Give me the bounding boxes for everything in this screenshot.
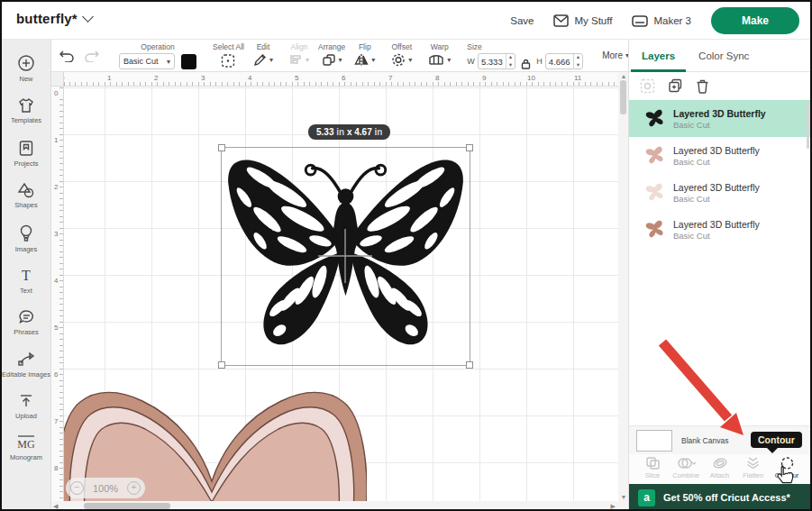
my-stuff-button[interactable]: My Stuff bbox=[553, 14, 612, 27]
header-bar: butterfly* Save My Stuff Maker 3 Make bbox=[2, 2, 810, 40]
vertical-scrollbar[interactable]: ▲ ▼ bbox=[618, 72, 628, 501]
slice-icon bbox=[645, 456, 661, 470]
contour-icon bbox=[780, 456, 795, 470]
edit-toolbar: Operation Basic Cut▾ Select All Edit ▾ A… bbox=[51, 40, 628, 72]
layer-thumbnail-pink-butterfly bbox=[643, 143, 667, 167]
combine-button[interactable]: Combine bbox=[670, 456, 702, 484]
resize-handle-bottom-left[interactable] bbox=[218, 361, 225, 369]
sidebar-item-editable-images[interactable]: Editable Images bbox=[2, 346, 51, 384]
shapes-icon bbox=[17, 182, 35, 198]
project-title: butterfly* bbox=[16, 11, 78, 26]
layer-row-3[interactable]: Layered 3D Butterfly Basic Cut bbox=[629, 174, 810, 211]
vertical-ruler: 0 1 2 3 4 5 6 7 8 bbox=[51, 72, 64, 511]
arrange-menu-button[interactable]: Arrange ▾ bbox=[314, 40, 350, 71]
machine-icon bbox=[632, 15, 648, 27]
sidebar-item-upload[interactable]: Upload bbox=[2, 388, 51, 425]
zoom-in-button[interactable]: + bbox=[127, 481, 141, 495]
select-all-icon bbox=[220, 53, 236, 68]
layer-row-4[interactable]: Layered 3D Butterfly Basic Cut bbox=[629, 211, 810, 248]
horizontal-scroll-thumb[interactable] bbox=[84, 503, 170, 509]
envelope-icon bbox=[553, 14, 569, 27]
operation-dropdown[interactable]: Basic Cut▾ bbox=[119, 53, 175, 69]
color-swatch[interactable] bbox=[181, 54, 196, 69]
sidebar-item-images[interactable]: Images bbox=[2, 219, 51, 259]
contour-button[interactable]: Contour bbox=[771, 456, 803, 484]
redo-icon[interactable] bbox=[84, 49, 100, 62]
machine-selector[interactable]: Maker 3 bbox=[632, 15, 691, 27]
offset-menu-button[interactable]: Offset ▾ bbox=[387, 40, 416, 71]
scroll-right-icon[interactable]: ▶ bbox=[611, 503, 616, 510]
width-input[interactable] bbox=[479, 57, 506, 67]
project-title-menu[interactable]: butterfly* bbox=[16, 11, 92, 26]
layer-thumbnail-mauve-butterfly bbox=[643, 217, 667, 241]
duplicate-icon[interactable] bbox=[668, 78, 683, 94]
resize-handle-top-right[interactable] bbox=[466, 144, 473, 151]
attach-icon bbox=[712, 456, 728, 470]
svg-text:T: T bbox=[22, 268, 31, 283]
flatten-button[interactable]: Flatten bbox=[737, 456, 770, 484]
layer-list: Layered 3D Butterfly Basic Cut Layered 3… bbox=[629, 100, 810, 248]
sidebar-item-shapes[interactable]: Shapes bbox=[2, 177, 51, 214]
scroll-down-icon[interactable]: ▼ bbox=[621, 494, 627, 500]
sidebar-item-phrases[interactable]: Phrases bbox=[2, 304, 51, 342]
flatten-icon bbox=[745, 456, 761, 470]
upload-icon bbox=[18, 393, 34, 409]
flip-icon bbox=[354, 53, 369, 67]
offset-icon bbox=[391, 53, 406, 67]
flip-menu-button[interactable]: Flip ▾ bbox=[350, 40, 379, 71]
vertical-scroll-thumb[interactable] bbox=[620, 80, 626, 114]
svg-text:MG: MG bbox=[17, 438, 35, 451]
scroll-left-icon[interactable]: ◀ bbox=[53, 503, 58, 510]
resize-handle-bottom-right[interactable] bbox=[466, 361, 473, 369]
clipboard-icon bbox=[18, 140, 34, 157]
vector-path-icon bbox=[17, 351, 35, 368]
sidebar-item-new[interactable]: New bbox=[2, 49, 51, 88]
sidebar-item-monogram[interactable]: MG Monogram bbox=[2, 429, 51, 467]
edit-menu-button[interactable]: Edit ▾ bbox=[249, 40, 278, 71]
text-icon: T bbox=[18, 268, 34, 284]
align-menu-button[interactable]: Align ▾ bbox=[285, 40, 314, 71]
cricut-access-banner[interactable]: a Get 50% off Cricut Access* bbox=[629, 484, 810, 511]
layer-actions-row: Slice Combine Attach Flatten Contour bbox=[629, 454, 810, 484]
make-button[interactable]: Make bbox=[711, 7, 799, 34]
slice-button[interactable]: Slice bbox=[636, 456, 669, 484]
new-plus-icon bbox=[17, 54, 35, 72]
save-button[interactable]: Save bbox=[510, 15, 534, 26]
attach-button[interactable]: Attach bbox=[704, 456, 736, 484]
zoom-control: − 100% + bbox=[66, 478, 145, 498]
cricut-design-space-window: butterfly* Save My Stuff Maker 3 Make Ne… bbox=[0, 0, 812, 511]
tab-layers[interactable]: Layers bbox=[642, 40, 675, 72]
width-input-box: ▲▼ bbox=[478, 53, 515, 69]
horizontal-ruler: 0 1 2 3 4 5 6 7 8 9 10 11 bbox=[51, 72, 628, 87]
trash-icon[interactable] bbox=[696, 78, 709, 94]
warp-menu-button[interactable]: Warp ▾ bbox=[424, 40, 455, 71]
ruler-corner bbox=[51, 72, 64, 87]
panel-scroll-thumb[interactable] bbox=[807, 102, 809, 149]
group-icon[interactable] bbox=[640, 78, 655, 94]
resize-handle-top-left[interactable] bbox=[218, 144, 225, 151]
lock-icon[interactable] bbox=[521, 59, 531, 69]
design-canvas[interactable]: 0 1 2 3 4 5 6 7 8 9 10 11 0 1 2 3 4 5 6 … bbox=[51, 72, 628, 511]
layer-thumbnail-black-butterfly bbox=[643, 106, 667, 130]
undo-icon[interactable] bbox=[59, 49, 75, 62]
zoom-out-button[interactable]: − bbox=[70, 481, 84, 495]
align-icon bbox=[289, 53, 303, 66]
warp-icon bbox=[428, 53, 444, 66]
height-input[interactable] bbox=[546, 57, 573, 67]
height-stepper[interactable]: ▲▼ bbox=[573, 54, 582, 69]
select-all-button[interactable]: Select All bbox=[208, 40, 249, 71]
sidebar-item-templates[interactable]: Templates bbox=[2, 92, 51, 130]
horizontal-scrollbar[interactable]: ◀ ▶ bbox=[51, 501, 628, 511]
tab-color-sync[interactable]: Color Sync bbox=[698, 40, 749, 72]
contour-tooltip: Contour bbox=[751, 432, 802, 448]
height-input-box: ▲▼ bbox=[545, 53, 583, 69]
width-stepper[interactable]: ▲▼ bbox=[506, 54, 515, 69]
layer-row-1[interactable]: Layered 3D Butterfly Basic Cut bbox=[629, 100, 810, 137]
scroll-up-icon[interactable]: ▲ bbox=[621, 73, 627, 79]
zoom-level: 100% bbox=[93, 483, 118, 494]
layer-row-2[interactable]: Layered 3D Butterfly Basic Cut bbox=[629, 137, 810, 174]
combine-icon bbox=[677, 456, 696, 470]
sidebar-item-text[interactable]: T Text bbox=[2, 262, 51, 300]
canvas-color-swatch[interactable] bbox=[636, 430, 672, 452]
sidebar-item-projects[interactable]: Projects bbox=[2, 134, 51, 173]
